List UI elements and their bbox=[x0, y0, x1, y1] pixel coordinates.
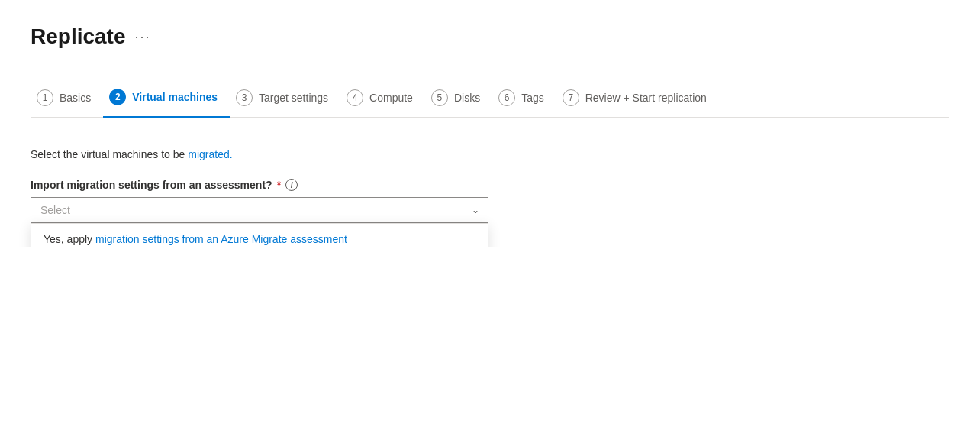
page-title: Replicate bbox=[31, 24, 126, 49]
select-placeholder: Select bbox=[40, 204, 70, 216]
chevron-down-icon: ⌄ bbox=[472, 205, 479, 215]
description-link[interactable]: migrated. bbox=[188, 148, 232, 160]
step-basics[interactable]: 1 Basics bbox=[31, 80, 103, 117]
step-tags-number: 6 bbox=[498, 89, 515, 106]
step-disks-number: 5 bbox=[431, 89, 448, 106]
step-virtual-machines-label: Virtual machines bbox=[132, 91, 218, 103]
required-indicator: * bbox=[277, 179, 281, 191]
step-tags-label: Tags bbox=[521, 92, 544, 104]
step-review-start-label: Review + Start replication bbox=[585, 92, 707, 104]
yes-option-text-before: Yes, apply bbox=[44, 233, 95, 245]
step-tags[interactable]: 6 Tags bbox=[492, 80, 556, 117]
content-area: Select the virtual machines to be migrat… bbox=[31, 142, 949, 223]
step-disks[interactable]: 5 Disks bbox=[425, 80, 492, 117]
step-compute[interactable]: 4 Compute bbox=[340, 80, 425, 117]
step-disks-label: Disks bbox=[454, 92, 480, 104]
page-header: Replicate ··· bbox=[31, 24, 949, 49]
step-virtual-machines[interactable]: 2 Virtual machines bbox=[103, 79, 230, 118]
assessment-select[interactable]: Select ⌄ bbox=[31, 197, 488, 223]
dropdown-menu: Yes, apply migration settings from an Az… bbox=[31, 223, 488, 247]
step-target-settings-label: Target settings bbox=[259, 92, 328, 104]
step-target-settings[interactable]: 3 Target settings bbox=[230, 80, 340, 117]
step-virtual-machines-number: 2 bbox=[109, 89, 126, 105]
select-container: Select ⌄ Yes, apply migration settings f… bbox=[31, 197, 488, 223]
info-icon[interactable]: i bbox=[285, 179, 298, 191]
field-label-text: Import migration settings from an assess… bbox=[31, 179, 272, 191]
wizard-steps: 1 Basics 2 Virtual machines 3 Target set… bbox=[31, 79, 949, 118]
yes-option-link-text: migration settings from an Azure Migrate… bbox=[95, 233, 347, 245]
description-text: Select the virtual machines to be migrat… bbox=[31, 148, 949, 160]
step-target-settings-number: 3 bbox=[236, 89, 253, 106]
field-label: Import migration settings from an assess… bbox=[31, 179, 949, 191]
step-basics-number: 1 bbox=[37, 89, 53, 106]
step-review-start-number: 7 bbox=[563, 89, 579, 106]
step-compute-number: 4 bbox=[347, 89, 363, 106]
step-review-start[interactable]: 7 Review + Start replication bbox=[556, 80, 719, 117]
page-container: Replicate ··· 1 Basics 2 Virtual machine… bbox=[0, 0, 980, 247]
step-compute-label: Compute bbox=[369, 92, 413, 104]
step-basics-label: Basics bbox=[60, 92, 91, 104]
more-options-icon[interactable]: ··· bbox=[135, 29, 151, 45]
dropdown-option-yes[interactable]: Yes, apply migration settings from an Az… bbox=[31, 224, 488, 247]
